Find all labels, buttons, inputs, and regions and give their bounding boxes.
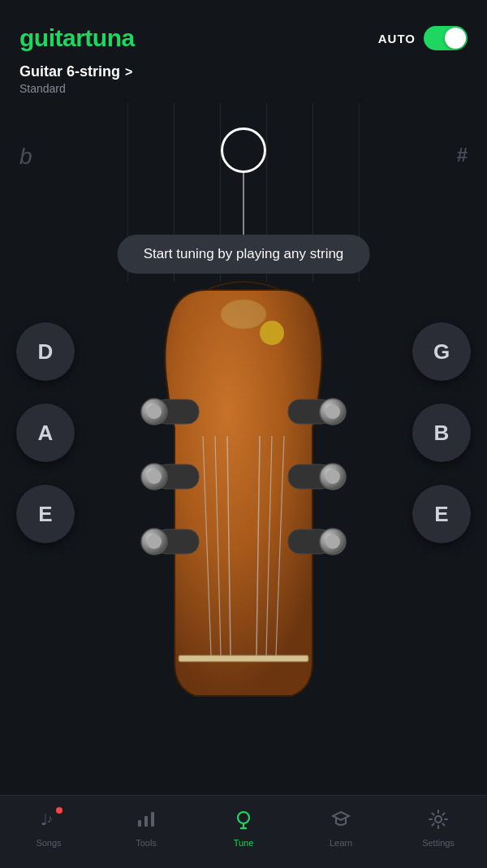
instrument-selector[interactable]: Guitar 6-string >: [19, 63, 468, 80]
learn-label: Learn: [330, 838, 352, 848]
tuner-circle: [221, 127, 266, 173]
logo-tuna: tuna: [84, 24, 134, 51]
string-button-G[interactable]: G: [412, 322, 471, 381]
hint-box: Start tuning by playing any string: [118, 235, 370, 274]
tools-label: Tools: [136, 838, 157, 848]
header: guitartuna AUTO: [0, 0, 487, 60]
learn-icon: [330, 809, 351, 835]
svg-point-34: [435, 816, 442, 823]
songs-notification-dot: [56, 807, 62, 814]
tuner-needle: [243, 173, 244, 238]
svg-point-21: [325, 469, 340, 484]
svg-text:♪: ♪: [47, 812, 53, 825]
instrument-name-text: Guitar 6-string: [19, 63, 120, 80]
guitar-section: D A E: [0, 274, 487, 704]
nav-item-settings[interactable]: Settings: [406, 809, 471, 848]
songs-label: Songs: [36, 838, 61, 848]
tune-label: Tune: [234, 838, 254, 848]
svg-rect-0: [179, 655, 308, 662]
headstock-svg: [130, 274, 357, 704]
auto-section: AUTO: [378, 26, 468, 50]
songs-icon: ♩ ♪: [38, 809, 59, 835]
string-button-B[interactable]: B: [412, 404, 471, 462]
toggle-thumb: [445, 28, 466, 49]
instrument-section: Guitar 6-string > Standard: [0, 60, 487, 95]
nav-item-tune[interactable]: Tune: [211, 809, 276, 848]
settings-icon: [428, 809, 449, 835]
svg-point-31: [238, 812, 249, 823]
svg-point-18: [325, 404, 340, 419]
tuner-indicator: [221, 127, 266, 238]
string-buttons-left: D A E: [16, 322, 75, 543]
auto-toggle[interactable]: [424, 26, 468, 50]
chevron-right-icon: >: [125, 65, 132, 80]
svg-point-24: [325, 534, 340, 549]
svg-rect-28: [138, 820, 141, 827]
string-button-D[interactable]: D: [16, 322, 75, 381]
flat-symbol[interactable]: b: [19, 144, 32, 170]
svg-point-12: [147, 469, 162, 484]
hint-text: Start tuning by playing any string: [144, 246, 344, 261]
nav-item-tools[interactable]: Tools: [114, 809, 179, 848]
tools-icon: [136, 809, 157, 835]
svg-point-9: [147, 404, 162, 419]
bottom-navigation: ♩ ♪ Songs Tools Tune: [0, 795, 487, 868]
string-buttons-right: G B E: [412, 322, 471, 543]
sharp-symbol[interactable]: #: [457, 144, 468, 166]
svg-point-15: [147, 534, 162, 549]
string-button-E-low[interactable]: E: [16, 485, 75, 543]
nav-item-learn[interactable]: Learn: [308, 809, 373, 848]
gold-dot-indicator: [260, 321, 284, 345]
logo-guitar: guitar: [19, 24, 84, 51]
auto-label: AUTO: [378, 32, 416, 45]
string-button-A[interactable]: A: [16, 404, 75, 462]
tune-icon: [233, 809, 254, 835]
headstock-container: [130, 274, 357, 704]
app-logo: guitartuna: [19, 24, 135, 52]
svg-rect-29: [144, 816, 148, 827]
tuner-area: b # Start tuning by playing any string: [0, 103, 487, 282]
svg-rect-30: [151, 812, 154, 827]
string-button-E-high[interactable]: E: [412, 485, 471, 543]
svg-point-25: [221, 300, 266, 329]
tuning-label: Standard: [19, 82, 468, 95]
nav-item-songs[interactable]: ♩ ♪ Songs: [16, 809, 81, 848]
settings-label: Settings: [422, 838, 455, 848]
